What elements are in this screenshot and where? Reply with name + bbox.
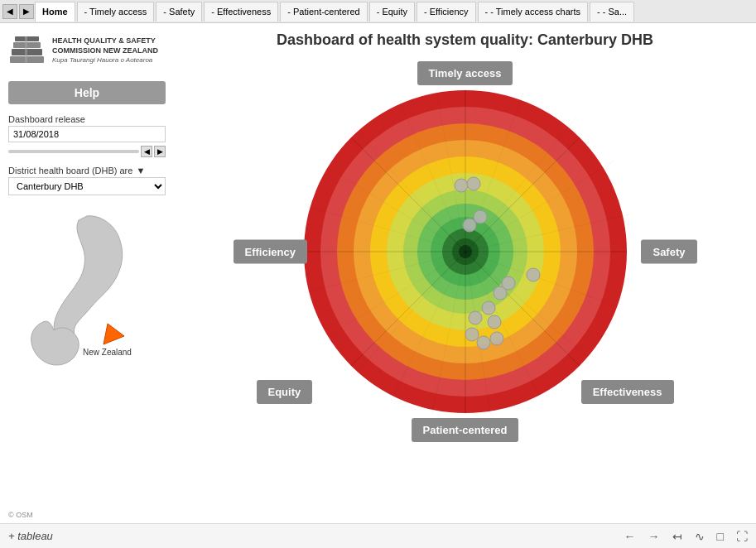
svg-point-56 <box>467 177 480 190</box>
svg-rect-4 <box>25 36 27 63</box>
org-logo-icon <box>8 31 46 69</box>
main-content: HEALTH QUALITY & SAFETY COMMISSION NEW Z… <box>0 23 756 523</box>
left-panel: HEALTH QUALITY & SAFETY COMMISSION NEW Z… <box>0 23 174 523</box>
chart-container: Timely access Safety Patient-centered Ef… <box>234 61 697 442</box>
svg-point-49 <box>482 301 495 315</box>
label-efficiency: Efficiency <box>234 240 307 264</box>
tab-prev-btn[interactable]: ◀ <box>2 4 17 19</box>
help-button[interactable]: Help <box>8 81 166 104</box>
label-patient-centered: Patient-centered <box>412 418 519 442</box>
tab-item-1[interactable]: - Timely access <box>77 2 155 22</box>
map-area: New Zealand <box>8 208 166 373</box>
footer: + tableau ← → ↤ ∿ □ ⛶ <box>0 523 756 548</box>
dashboard-release-input[interactable] <box>8 126 166 142</box>
right-panel: Dashboard of health system quality: Cant… <box>174 23 756 523</box>
dashboard-release-label: Dashboard release <box>8 114 166 124</box>
fullscreen-icon[interactable]: ⛶ <box>736 530 748 543</box>
org-sub: Kupa Taurangi Hauora o Aotearoa <box>52 56 158 64</box>
footer-right: ← → ↤ ∿ □ ⛶ <box>624 530 748 543</box>
chart-title: Dashboard of health system quality: Cant… <box>277 31 653 49</box>
tab-item-7[interactable]: - - Timely access charts <box>478 2 589 22</box>
svg-marker-5 <box>104 324 124 344</box>
tab-item-8[interactable]: - - Sa... <box>590 2 634 22</box>
tab-item-4[interactable]: - Patient-centered <box>280 2 367 22</box>
label-safety: Safety <box>641 240 696 264</box>
tab-item-3[interactable]: - Effectiveness <box>204 2 278 22</box>
svg-text:New Zealand: New Zealand <box>83 348 132 357</box>
tab-item-2[interactable]: - Safety <box>156 2 202 22</box>
dhb-select[interactable]: Canterbury DHB <box>8 177 166 195</box>
dhb-group: District health board (DHB) are ▼ Canter… <box>8 166 166 195</box>
tab-next-btn[interactable]: ▶ <box>19 4 34 19</box>
tab-bar: ◀ ▶ Home- Timely access- Safety- Effecti… <box>0 0 756 23</box>
dashboard-release-group: Dashboard release ◀ ▶ <box>8 114 166 157</box>
svg-point-55 <box>455 179 468 192</box>
slider-next-btn[interactable]: ▶ <box>154 146 166 157</box>
svg-point-52 <box>465 328 479 341</box>
svg-point-54 <box>490 332 503 345</box>
tab-item-0[interactable]: Home <box>35 2 75 22</box>
svg-point-50 <box>469 311 482 324</box>
svg-point-51 <box>488 315 501 329</box>
tab-item-5[interactable]: - Equity <box>369 2 415 22</box>
slider-track[interactable] <box>8 150 139 153</box>
slider-row: ◀ ▶ <box>8 146 166 157</box>
label-effectiveness: Effectiveness <box>581 380 674 404</box>
logo-area: HEALTH QUALITY & SAFETY COMMISSION NEW Z… <box>8 31 166 69</box>
org-name2: COMMISSION NEW ZEALAND <box>52 46 158 56</box>
svg-point-45 <box>463 219 476 232</box>
fit-left-icon[interactable]: ↤ <box>672 530 682 543</box>
label-timely-access: Timely access <box>417 61 513 85</box>
download-icon[interactable]: □ <box>717 530 724 543</box>
svg-point-53 <box>477 336 490 349</box>
dropdown-arrow-icon: ▼ <box>136 166 145 175</box>
radar-chart <box>291 78 639 425</box>
dhb-label: District health board (DHB) are ▼ <box>8 166 166 175</box>
tab-item-6[interactable]: - Efficiency <box>417 2 476 22</box>
slider-prev-btn[interactable]: ◀ <box>141 146 152 157</box>
svg-point-48 <box>494 286 507 300</box>
svg-point-57 <box>527 268 540 281</box>
svg-point-46 <box>474 210 487 224</box>
share-icon[interactable]: ∿ <box>695 530 705 543</box>
osm-text: © OSM <box>8 511 33 519</box>
nav-forward-icon[interactable]: → <box>648 530 660 543</box>
label-equity: Equity <box>257 380 313 404</box>
tableau-logo: + tableau <box>8 530 53 542</box>
org-name: HEALTH QUALITY & SAFETY <box>52 36 158 46</box>
nz-map-svg: New Zealand <box>8 208 141 369</box>
nav-back-icon[interactable]: ← <box>624 530 636 543</box>
